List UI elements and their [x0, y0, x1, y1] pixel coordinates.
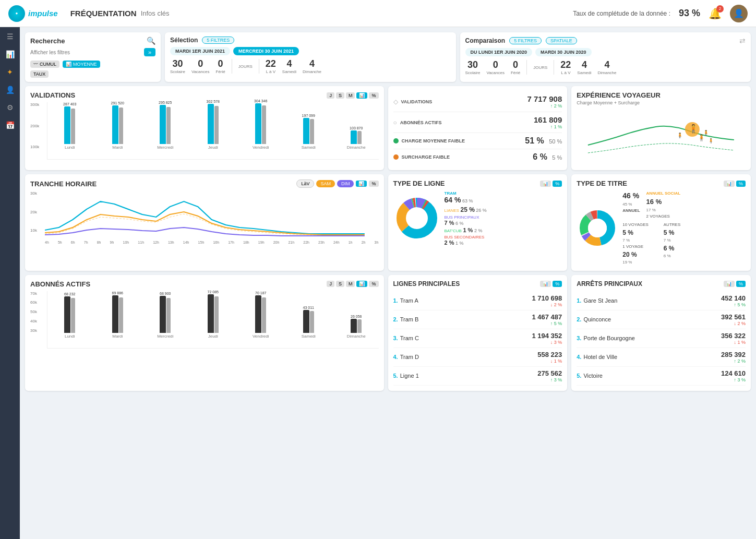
comp-date-end[interactable]: MARDI 30 JUIN 2020 [535, 48, 592, 56]
val-btn-m[interactable]: M [346, 92, 355, 99]
selection-date-end[interactable]: MERCREDI 30 JUIN 2021 [233, 47, 299, 55]
tranche-chart-btn[interactable]: 📊 [356, 181, 367, 187]
list-change: ↑ 5 % [721, 302, 746, 307]
sidebar: ☰ 📊 ✦ 👤 ⚙ 📅 [0, 27, 20, 539]
arrets-panel: ARRÊTS PRINCIPAUX 📊 % 1.Gare St Jean452 … [571, 275, 751, 391]
exp-title: EXPÉRIENCE VOYAGEUR [577, 91, 746, 99]
charge-label: CHARGE MOYENNE FAIBLE [402, 138, 465, 143]
selection-badge[interactable]: 5 FILTRES [202, 37, 234, 44]
bar-group: 302 578Jeudi [191, 100, 236, 150]
list-name: Tram C [400, 335, 419, 341]
lignes-chart-btn[interactable]: 📊 [540, 281, 551, 287]
bar-icon: 📊 [66, 62, 71, 67]
arrets-pct-btn[interactable]: % [736, 281, 746, 287]
abonnes-title: ABONNÉS ACTIFS [30, 280, 90, 288]
lignes-pct-btn[interactable]: % [553, 281, 562, 287]
list-rank: 1. [577, 297, 581, 304]
abo-bar-group: 43 011Samedi [286, 306, 331, 339]
abo-bar-compare [310, 311, 314, 333]
search-label: Recherche [30, 37, 65, 45]
arrets-chart-btn[interactable]: 📊 [724, 281, 735, 287]
avatar[interactable]: 👤 [730, 5, 748, 22]
comp-dimanche-val: 4 [597, 59, 616, 70]
list-item: 2.Quinconce392 561↓ 2 % [577, 310, 746, 329]
type-ligne-pct-btn[interactable]: % [553, 181, 562, 187]
selection-date-start[interactable]: MARDI 1ER JUIN 2021 [170, 47, 230, 55]
sel-vacances-label: Vacances [191, 69, 210, 74]
type-ligne-chart-btn[interactable]: 📊 [540, 181, 551, 187]
comp-ferie-label: Férié [511, 70, 520, 75]
swap-icon[interactable]: ⇄ [739, 37, 746, 45]
comp-samedi-val: 4 [577, 59, 591, 70]
logo[interactable]: ● impulse [8, 5, 58, 22]
val-btn-j[interactable]: J [327, 92, 334, 99]
comp-badge[interactable]: 5 FILTRES [509, 37, 542, 44]
show-filters-btn[interactable]: » [144, 48, 155, 56]
abo-bar-compare [357, 319, 362, 333]
abo-bar-compare [71, 298, 75, 333]
abo-day-label: Samedi [302, 334, 316, 339]
abo-pct-btn[interactable]: % [369, 281, 378, 287]
spatial-badge[interactable]: SPATIALE [546, 37, 577, 44]
list-change: ↓ 2 % [532, 302, 562, 307]
abo-btn-m[interactable]: M [346, 281, 355, 287]
abo-chart-btn[interactable]: 📊 [356, 281, 367, 287]
sel-scolaire-label: Scolaire [170, 69, 185, 74]
bar-day-label: Lundi [65, 145, 75, 150]
dim-btn[interactable]: DIM [337, 180, 354, 187]
abo-bar [351, 319, 357, 333]
bell-badge: 2 [716, 5, 724, 13]
list-item: 4.Hotel de Ville285 392↑ 2 % [577, 348, 746, 367]
sel-vacances-val: 0 [191, 58, 210, 69]
tranche-pct-btn[interactable]: % [369, 181, 378, 187]
list-name: Gare St Jean [583, 297, 617, 304]
sidebar-menu-icon[interactable]: ☰ [7, 32, 14, 41]
sel-dimanche-val: 4 [303, 58, 321, 69]
bar [208, 104, 214, 144]
val-metric-change: ↑ 2 % [527, 103, 562, 109]
type-titre-chart-btn[interactable]: 📊 [724, 181, 735, 187]
comp-vacances-val: 0 [486, 59, 505, 70]
sidebar-icon-calendar[interactable]: 📅 [6, 121, 15, 129]
list-name: Ligne 1 [400, 373, 419, 379]
bar-compare [357, 131, 362, 144]
lav-btn[interactable]: LàV [296, 179, 314, 188]
taux-btn[interactable]: TAUX [30, 70, 49, 78]
sidebar-icon-settings[interactable]: ⚙ [7, 103, 14, 112]
bar-compare [310, 119, 314, 144]
search-panel: Recherche 🔍 Afficher les filtres » 〰 CUM… [25, 32, 161, 82]
type-titre-pct-btn[interactable]: % [736, 181, 746, 187]
sel-samedi-label: Samedi [282, 69, 296, 74]
moyenne-btn[interactable]: 📊 MOYENNE [63, 61, 100, 68]
cumul-btn[interactable]: 〰 CUMUL [30, 61, 59, 68]
list-rank: 3. [577, 335, 581, 341]
list-rank: 2. [577, 316, 581, 322]
comp-date-start[interactable]: DU LUNDI 1ER JUIN 2020 [465, 48, 533, 56]
abo-btn-j[interactable]: J [327, 281, 334, 287]
tranche-title: TRANCHE HORAIRE [30, 180, 97, 188]
comp-lav-val: 22 [560, 59, 571, 70]
bar-compare [119, 107, 123, 144]
sam-btn[interactable]: SAM [316, 180, 335, 187]
val-metric-value: 7 717 908 [527, 94, 562, 103]
sel-samedi-val: 4 [282, 58, 296, 69]
val-btn-chart[interactable]: 📊 [356, 92, 367, 99]
abo-btn-s[interactable]: S [336, 281, 344, 287]
charge-dot [393, 138, 399, 143]
list-change: ↑ 3 % [721, 377, 746, 382]
charge-comp: 50 % [549, 138, 562, 145]
search-icon[interactable]: 🔍 [147, 37, 155, 45]
list-item: 4.Tram D558 223↓ 1 % [393, 348, 562, 367]
sidebar-icon-person[interactable]: 👤 [6, 86, 15, 94]
val-btn-pct[interactable]: % [369, 92, 378, 99]
list-change: ↑ 3 % [537, 377, 562, 382]
comp-vacances-label: Vacances [486, 70, 505, 75]
sidebar-icon-star[interactable]: ✦ [7, 68, 13, 76]
list-change: ↓ 1 % [537, 358, 562, 364]
metrics-panel: ◇ VALIDATIONS 7 717 908 ↑ 2 % ○ ABONNÉS … [388, 86, 568, 170]
comparaison-label: Comparaison [465, 37, 506, 44]
sidebar-icon-chart[interactable]: 📊 [6, 50, 15, 58]
logo-icon: ● [8, 5, 25, 22]
val-btn-s[interactable]: S [336, 92, 344, 99]
bell-btn[interactable]: 🔔 2 [709, 7, 722, 20]
